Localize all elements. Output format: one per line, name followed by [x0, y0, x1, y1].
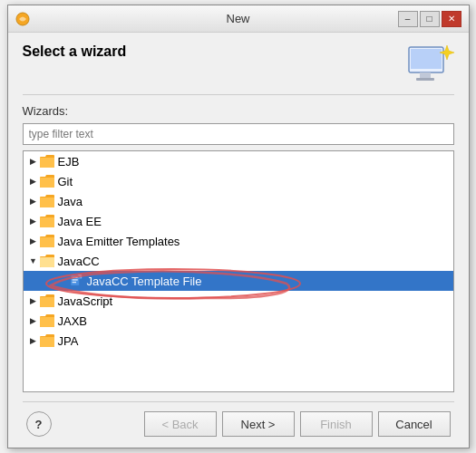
svg-rect-7: [72, 279, 77, 280]
title-buttons: – □ ✕: [398, 11, 461, 27]
svg-rect-8: [72, 282, 75, 283]
tree-arrow-javaee: ▶: [27, 215, 40, 227]
window-icon: [15, 12, 30, 26]
folder-icon-java: [40, 195, 54, 207]
back-button[interactable]: < Back: [144, 411, 217, 437]
title-bar-left: [15, 12, 30, 26]
tree-item-javaee[interactable]: ▶ Java EE: [24, 211, 453, 231]
header-section: Select a wizard: [23, 43, 454, 95]
nav-buttons: < Back Next > Finish Cancel: [144, 411, 451, 437]
content-area: Select a wizard Wizards:: [8, 33, 469, 448]
folder-icon-jaxb: [40, 314, 54, 327]
svg-rect-6: [72, 277, 77, 278]
tree-item-javacc[interactable]: ▼ JavaCC: [24, 251, 453, 271]
folder-icon-javascript: [40, 294, 54, 307]
tree-label-javaee: Java EE: [58, 215, 102, 228]
folder-icon-javaemitter: [40, 235, 54, 247]
finish-button[interactable]: Finish: [300, 411, 373, 437]
tree-arrow-ejb: ▶: [27, 155, 40, 168]
window-title: New: [226, 12, 249, 25]
close-button[interactable]: ✕: [442, 11, 461, 27]
folder-icon-git: [40, 175, 54, 188]
filter-input[interactable]: [23, 123, 454, 145]
tree-arrow-git: ▶: [27, 175, 40, 188]
help-button[interactable]: ?: [26, 411, 52, 437]
svg-rect-2: [411, 49, 442, 69]
tree-container[interactable]: ▶ EJB ▶ Git: [23, 150, 454, 392]
tree-label-javaemitter: Java Emitter Templates: [58, 235, 180, 248]
tree-label-jaxb: JAXB: [58, 314, 88, 328]
folder-icon-ejb: [40, 155, 54, 168]
wizard-section: Wizards: ▶ EJB ▶: [23, 104, 454, 392]
title-bar: New – □ ✕: [8, 5, 469, 33]
footer-divider: [23, 401, 454, 402]
folder-icon-jpa: [40, 334, 54, 347]
tree-arrow-jpa: ▶: [27, 334, 40, 347]
tree-item-git[interactable]: ▶ Git: [24, 171, 453, 191]
tree-arrow-javacc: ▼: [27, 255, 40, 267]
minimize-button[interactable]: –: [398, 11, 418, 27]
tree-item-jpa[interactable]: ▶ JPA: [24, 331, 453, 351]
tree-arrow-template: [56, 275, 69, 287]
tree-item-jaxb[interactable]: ▶ JAXB: [24, 311, 453, 331]
tree-label-ejb: EJB: [58, 155, 80, 169]
svg-rect-4: [416, 78, 434, 81]
header-title: Select a wizard: [23, 43, 127, 60]
tree-label-javascript: JavaScript: [58, 294, 113, 308]
wizards-label: Wizards:: [23, 104, 454, 118]
header-icon: [407, 43, 454, 87]
svg-rect-3: [420, 72, 431, 78]
tree-label-template: JavaCC Template File: [87, 275, 202, 288]
tree-item-javascript[interactable]: ▶ JavaScript: [24, 291, 453, 311]
tree-item-java[interactable]: ▶ Java: [24, 191, 453, 211]
folder-icon-javacc: [40, 255, 54, 267]
file-icon-template: [69, 275, 83, 287]
tree-label-git: Git: [58, 175, 73, 188]
next-button[interactable]: Next >: [222, 411, 295, 437]
tree-item-javaemitter[interactable]: ▶ Java Emitter Templates: [24, 231, 453, 251]
cancel-button[interactable]: Cancel: [378, 411, 451, 437]
restore-button[interactable]: □: [420, 11, 440, 27]
tree-arrow-java: ▶: [27, 195, 40, 207]
footer-section: ? < Back Next > Finish Cancel: [23, 401, 454, 437]
tree-label-jpa: JPA: [58, 334, 79, 348]
tree-label-java: Java: [58, 195, 83, 208]
folder-icon-javaee: [40, 215, 54, 227]
tree-item-ejb[interactable]: ▶ EJB: [24, 151, 453, 171]
tree-arrow-javascript: ▶: [27, 294, 40, 307]
new-wizard-dialog: New – □ ✕ Select a wizard: [7, 5, 470, 448]
footer-buttons: ? < Back Next > Finish Cancel: [23, 411, 454, 437]
tree-arrow-jaxb: ▶: [27, 314, 40, 327]
tree-arrow-javaemitter: ▶: [27, 235, 40, 247]
tree-label-javacc: JavaCC: [58, 255, 100, 268]
tree-item-javacc-template[interactable]: JavaCC Template File: [24, 271, 453, 291]
